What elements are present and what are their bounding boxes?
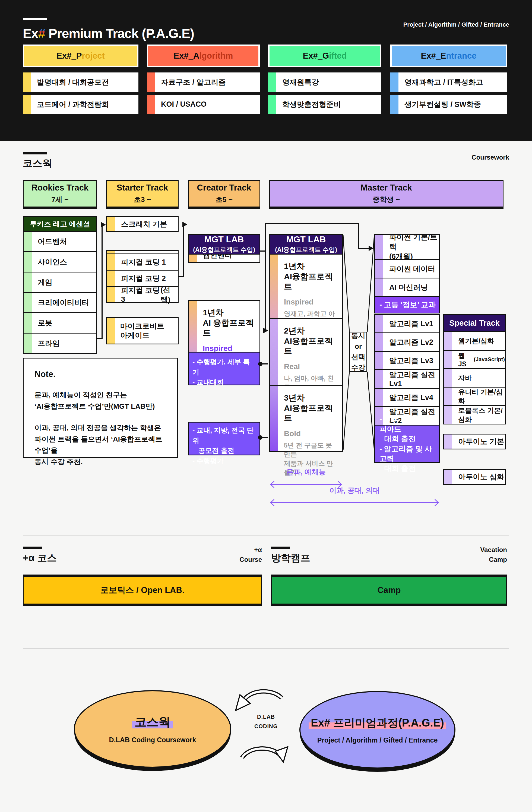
year-label: 2년차 [284,326,339,336]
accent-bar [107,217,115,231]
python-track-list: 파이썬 기본/트랙(6개월) 파이썬 데이터 AI 머신러닝 - 고등 ‘정보’… [374,234,440,314]
track-name: Creator Track [197,183,251,193]
cycle-left-subtitle: D.LAB Coding Coursework [109,736,196,744]
track-age: 초5 ~ [216,195,233,204]
project-label: AI융합프로젝트 [284,271,339,292]
axis-arrow-stem [271,499,438,506]
contest-line: 대회 출전 [379,464,416,473]
accent-bar [24,293,32,313]
course-label: 어드벤처 [38,237,67,246]
accent-bar [444,406,452,424]
track-header-starter: Starter Track 초3 ~ [106,180,178,209]
project-label: AI융합프로젝트 [284,403,339,423]
accent-bar [147,95,155,114]
callout-line: 공모전 출전 [192,446,256,456]
category-label-suffix: ifted [329,51,347,61]
camp-en-line: Vacation [434,545,507,555]
course-item: 로봇 [24,313,96,333]
course-label: 스크래치 기본 [121,219,167,229]
logo-ex: Ex [23,26,38,41]
category-item: 학생맞춤전형준비 [268,95,382,114]
course-item: 피지컬 코딩 2 [107,270,178,286]
callout-line: - 수행평가, 세부 특기 [192,357,256,377]
funnel-word: 동시 [351,331,365,341]
callout-performance: - 수행평가, 세부 특기 - 교내대회 [188,352,260,386]
course-label: 파이썬 기본/트랙 [389,233,439,251]
track-name: Rookies Track [31,183,88,193]
alpha-title-en: +α Course [190,545,262,565]
category-algorithm: Ex#_Algorithm [147,44,260,67]
course-item: 로블록스 기본/심화 [444,405,505,424]
course-item: 프라임 [24,333,96,353]
accent-bar [375,235,383,259]
section-divider [23,535,509,536]
project-tagline: Real [284,362,339,371]
course-label: 피지컬 코딩 3 [121,286,161,304]
connector-line [260,364,268,437]
category-item-label: 학생맞춤전형준비 [282,100,341,110]
accent-bar [375,389,383,406]
category-item-label: 자료구조 / 알고리즘 [161,77,226,87]
cycle-center-line: D.LAB [244,714,288,720]
contest-badge: - 전국 정보 올림피아드 대회 출전 - 알고리즘 및 사고력 대회 출전 [375,425,439,462]
course-label: 자바 [458,374,472,382]
course-item: 알고리즘 Lv1 [375,315,439,332]
category-item-label: 생기부컨설팅 / SW학종 [404,100,481,110]
accent-bar [24,232,32,251]
track-name: Starter Track [117,183,168,193]
course-label: 아케이드 [120,331,178,340]
alpha-en-line: Course [190,555,262,565]
category-item-label: 발명대회 / 대회공모전 [37,77,109,87]
course-label-note: (JavaScript) [474,356,505,363]
logo-hash-icon: # [38,26,45,41]
rookies-lego-header: 루키즈 레고 에센셜 [23,216,97,232]
category-label-suffix: roject [82,51,104,61]
year-label: 3년차 [284,393,339,403]
accent-bar [23,72,31,92]
contest-line: 대회 출전 [379,434,416,444]
course-label: 유니티 기본/심화 [458,388,505,405]
course-item: 웹JS(JavaScript) [444,350,505,368]
category-gifted: Ex#_Gifted [268,44,382,67]
cycle-right-title: Ex# 프리미엄과정(P.A.G.E) [308,715,446,730]
accent-bar [268,72,276,92]
header-section: Ex# Premium Track (P.A.G.E) Project / Al… [0,0,532,141]
rookies-course-list: 어드벤처 사이언스 게임 크리에이티비티 로봇 프라임 [23,231,97,354]
category-item: 영재원특강 [268,72,382,92]
creator-mgtlab-header: MGT LAB (AI융합프로젝트 수업) [188,234,260,255]
accent-bar [107,271,115,286]
course-ai-ml: AI 머신러닝 [375,278,439,296]
camp-title-en: Vacation Camp [434,545,507,565]
course-item: 유니티 기본/심화 [444,387,505,405]
section-divider [23,648,509,649]
accent-bar [375,260,383,278]
track-age: 7세 ~ [52,195,69,204]
course-item: 게임 [24,272,96,292]
course-item: 사이언스 [24,251,96,272]
cycle-arrow-bottom [242,747,288,762]
axis-label-stem: 이과, 공대, 의대 [269,486,440,495]
accent-bar [24,334,32,353]
highschool-subject-label: - 고등 ‘정보’ 교과 [379,300,436,310]
master-mgtlab-header: MGT LAB (AI융합프로젝트 수업) [269,234,343,255]
category-label-suffix: lgorithm [199,51,233,61]
course-item: 어드벤처 [24,232,96,251]
category-item: 자료구조 / 알고리즘 [147,72,260,92]
course-label: 알고리즘 Lv3 [389,356,433,365]
arrowhead-icon [101,222,106,228]
camp-box: Camp [271,575,507,606]
category-label-prefix: Ex#_G [303,51,329,61]
course-arduino-basic: 아두이노 기본 [443,434,506,449]
callout-line: - 교내대회 [192,377,256,388]
course-label: 로블록스 기본/심화 [458,406,505,424]
robotics-openlab-box: 로보틱스 / Open LAB. [23,575,262,606]
highlighted-text: 코스웍 [132,715,173,728]
course-item: 웹기본/심화 [444,331,505,350]
category-item: 코드페어 / 과학전람회 [23,95,139,114]
accent-bar [107,318,115,344]
master-year-2: 2년차 AI융합프로젝트 Real 나, 엄마, 아빠, 친구,선생님이 필요한… [270,318,342,386]
page-title: Ex# Premium Track (P.A.G.E) [23,26,194,41]
contest-line: - 전국 정보 올림피아드 [379,414,436,434]
rookies-lego-label: 루키즈 레고 에센셜 [30,219,90,229]
arrowhead-icon [369,246,373,251]
